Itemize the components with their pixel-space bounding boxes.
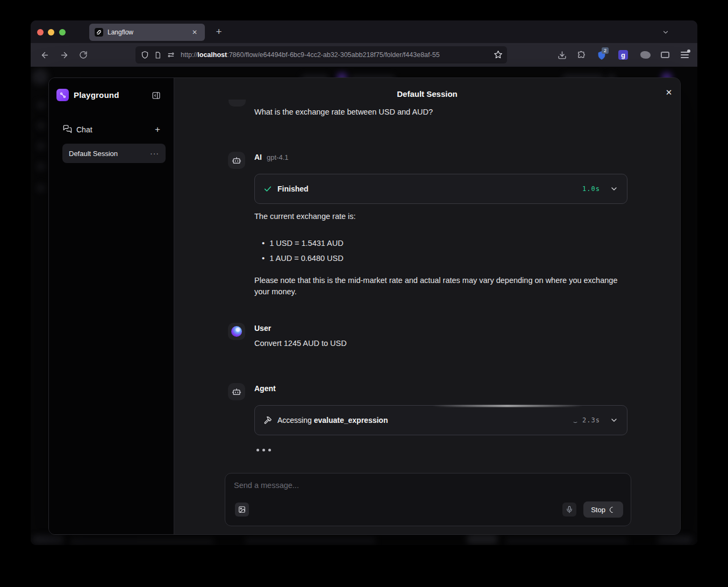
ai-sender-row: AI gpt-4.1 xyxy=(254,153,288,161)
user-sender-name: User xyxy=(254,324,271,333)
browser-tab-langflow[interactable]: Langflow ✕ xyxy=(89,24,205,41)
dimmed-status-text xyxy=(70,539,214,544)
screenshot-tool-icon[interactable] xyxy=(658,47,673,62)
ai-status-duration: 1.0s xyxy=(582,185,600,193)
dimmed-sidebar-icon xyxy=(37,162,45,171)
close-playground-icon[interactable]: ✕ xyxy=(663,87,675,98)
dimmed-sidebar-icon xyxy=(37,122,45,130)
playground-sidebar: Playground Chat + Default Session ··· xyxy=(49,78,174,534)
spinner-icon xyxy=(573,418,578,423)
new-tab-button[interactable]: + xyxy=(211,24,226,39)
dimmed-status-text xyxy=(245,538,376,543)
back-button[interactable] xyxy=(37,47,52,62)
attach-image-button[interactable] xyxy=(235,503,249,517)
playground-title: Playground xyxy=(74,90,119,100)
exchange-rate-item: 1 AUD = 0.6480 USD xyxy=(262,253,344,263)
extension-misc-icon[interactable] xyxy=(638,47,653,62)
tab-close-icon[interactable]: ✕ xyxy=(190,27,199,37)
loading-shimmer xyxy=(432,405,583,407)
window-close-button[interactable] xyxy=(37,29,44,36)
downloads-button[interactable] xyxy=(554,47,569,62)
user-avatar xyxy=(228,323,245,340)
message-input-box: Stop xyxy=(225,473,631,526)
dimmed-status-button xyxy=(467,534,498,544)
dimmed-status-item xyxy=(657,536,693,544)
playground-modal: Playground Chat + Default Session ··· xyxy=(48,77,681,535)
menu-notification-dot xyxy=(687,49,690,53)
agent-sender-row: Agent xyxy=(254,384,276,393)
reload-button[interactable] xyxy=(76,47,91,62)
hammer-icon xyxy=(263,416,272,425)
grammar-extension-icon[interactable]: g xyxy=(616,47,631,62)
ai-model-name: gpt-4.1 xyxy=(267,153,288,161)
langflow-favicon-icon xyxy=(95,28,103,37)
extension-badge: 2 xyxy=(602,47,609,54)
langflow-logo-icon xyxy=(56,89,69,101)
user-message-text: Convert 1245 AUD to USD xyxy=(254,339,347,348)
session-label: Default Session xyxy=(69,150,118,158)
dimmed-sidebar-icon xyxy=(37,184,45,192)
window-minimize-button[interactable] xyxy=(48,29,54,36)
chat-section-label: Chat xyxy=(76,125,92,134)
adblock-shield-icon[interactable]: 2 xyxy=(594,47,609,62)
chat-bubbles-icon xyxy=(63,124,72,136)
url-bar[interactable]: http://localhost:7860/flow/e64494bf-6bc9… xyxy=(135,46,507,63)
stop-button[interactable]: Stop xyxy=(583,501,623,518)
agent-tool-label: Accessing evaluate_expression xyxy=(277,416,388,425)
exchange-rate-item: 1 USD = 1.5431 AUD xyxy=(262,238,344,247)
permissions-icon[interactable] xyxy=(167,51,175,59)
tracking-shield-icon[interactable] xyxy=(141,51,149,59)
menu-hamburger-icon[interactable] xyxy=(677,47,692,62)
collapse-sidebar-icon[interactable] xyxy=(150,89,162,101)
sidebar-item-default-session[interactable]: Default Session ··· xyxy=(62,144,166,163)
stop-spinner-icon xyxy=(609,505,617,514)
user-avatar-icon xyxy=(231,326,242,337)
ai-sender-name: AI xyxy=(254,153,262,161)
url-fade xyxy=(469,46,491,63)
avatar xyxy=(229,100,246,107)
ai-status-box[interactable]: Finished 1.0s xyxy=(254,174,627,204)
dimmed-logo xyxy=(32,69,48,85)
session-title: Default Session xyxy=(174,89,680,98)
extensions-puzzle-icon[interactable] xyxy=(574,47,589,62)
chat-panel: Default Session ✕ What is the exchange r… xyxy=(174,78,680,534)
dimmed-sidebar-icon xyxy=(37,101,45,109)
chevron-down-icon[interactable] xyxy=(610,185,618,193)
chevron-down-icon[interactable] xyxy=(610,416,618,425)
tab-list-chevron-icon[interactable] xyxy=(659,25,673,39)
agent-tool-duration-row: 2.3s xyxy=(573,416,600,424)
url-text: http://localhost:7860/flow/e64494bf-6bc9… xyxy=(181,51,502,59)
tab-title: Langflow xyxy=(108,29,133,36)
dimmed-sidebar-icon xyxy=(37,142,45,150)
new-chat-button[interactable]: + xyxy=(151,123,164,136)
page-info-icon[interactable] xyxy=(154,51,161,59)
ai-avatar xyxy=(228,152,245,169)
agent-tool-box[interactable]: Accessing evaluate_expression 2.3s xyxy=(254,405,627,435)
microphone-button[interactable] xyxy=(562,503,576,517)
message-previous-user: What is the exchange rate between USD an… xyxy=(254,108,433,116)
session-options-icon[interactable]: ··· xyxy=(150,149,159,158)
browser-tab-bar: Langflow ✕ + xyxy=(31,20,697,43)
agent-avatar xyxy=(228,383,245,400)
browser-toolbar: http://localhost:7860/flow/e64494bf-6bc9… xyxy=(31,43,697,67)
check-icon xyxy=(263,185,272,193)
ai-message-intro: The current exchange rate is: xyxy=(254,212,356,221)
agent-sender-name: Agent xyxy=(254,384,276,393)
tool-name: evaluate_expression xyxy=(314,416,388,425)
browser-window: Langflow ✕ + xyxy=(31,20,697,545)
forward-button[interactable] xyxy=(56,47,72,62)
bookmark-star-icon[interactable] xyxy=(494,50,503,61)
langflow-app-background: Playground Chat + Default Session ··· xyxy=(31,67,697,545)
desktop-background: Langflow ✕ + xyxy=(0,0,728,587)
dimmed-status-text xyxy=(505,538,628,543)
typing-indicator xyxy=(256,449,271,451)
message-input[interactable] xyxy=(234,481,535,490)
dimmed-status-item xyxy=(32,535,65,544)
user-sender-row: User xyxy=(254,324,271,333)
chat-section-row: Chat + xyxy=(49,122,174,137)
ai-status-label: Finished xyxy=(277,185,309,193)
ai-message-note: Please note that this is the mid-market … xyxy=(254,275,632,297)
window-zoom-button[interactable] xyxy=(59,29,66,36)
